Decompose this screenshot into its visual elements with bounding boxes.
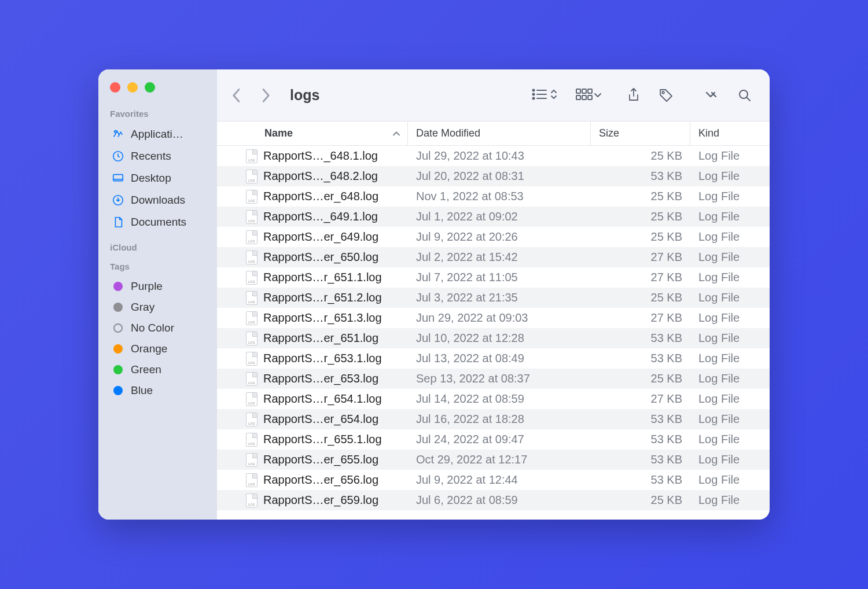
log-file-icon xyxy=(246,453,258,467)
sidebar-section-favorites: Favorites xyxy=(110,109,210,119)
table-row[interactable]: RapportS…r_651.1.logJul 7, 2022 at 11:05… xyxy=(217,267,770,288)
fullscreen-icon[interactable] xyxy=(145,82,155,93)
column-header-date[interactable]: Date Modified xyxy=(408,122,591,145)
sidebar-item-applications[interactable]: Applicati… xyxy=(109,123,210,145)
cell-date: Jul 10, 2022 at 12:28 xyxy=(408,332,591,345)
file-name: RapportS…_649.1.log xyxy=(263,210,378,223)
sidebar-item-desktop[interactable]: Desktop xyxy=(109,167,210,189)
file-name: RapportS…r_651.2.log xyxy=(263,291,382,304)
log-file-icon xyxy=(246,210,258,224)
sidebar-item-downloads[interactable]: Downloads xyxy=(109,189,210,211)
recents-icon xyxy=(111,149,125,163)
cell-name: RapportS…er_659.log xyxy=(217,494,408,507)
log-file-icon xyxy=(246,413,258,426)
cell-name: RapportS…er_649.log xyxy=(217,230,408,244)
cell-date: Jul 9, 2022 at 12:44 xyxy=(408,473,591,487)
table-row[interactable]: RapportS…_649.1.logJul 1, 2022 at 09:022… xyxy=(217,207,770,227)
finder-window: Favorites Applicati… Recents Desktop Dow… xyxy=(98,69,770,520)
cell-date: Oct 29, 2022 at 12:17 xyxy=(408,453,591,466)
sidebar-tag-item[interactable]: Orange xyxy=(109,338,210,359)
table-row[interactable]: RapportS…r_651.2.logJul 3, 2022 at 21:35… xyxy=(217,288,770,308)
svg-rect-10 xyxy=(576,89,580,93)
back-button[interactable] xyxy=(224,83,249,108)
table-row[interactable]: RapportS…er_654.logJul 16, 2022 at 18:28… xyxy=(217,409,770,429)
group-by-button[interactable] xyxy=(575,87,602,104)
sidebar-item-documents[interactable]: Documents xyxy=(109,211,210,233)
log-file-icon xyxy=(246,372,258,386)
table-row[interactable]: RapportS…er_650.logJul 2, 2022 at 15:422… xyxy=(217,247,770,267)
column-header-name[interactable]: Name xyxy=(217,122,408,145)
log-file-icon xyxy=(246,190,258,204)
table-row[interactable]: RapportS…r_654.1.logJul 14, 2022 at 08:5… xyxy=(217,389,770,409)
svg-point-0 xyxy=(115,131,117,133)
cell-name: RapportS…r_655.1.log xyxy=(217,433,408,447)
forward-button[interactable] xyxy=(253,83,278,108)
cell-name: RapportS…_648.1.log xyxy=(217,149,408,163)
sidebar-tag-item[interactable]: No Color xyxy=(109,318,210,338)
table-row[interactable]: RapportS…er_648.logNov 1, 2022 at 08:532… xyxy=(217,186,770,207)
table-row[interactable]: RapportS…_648.1.logJul 29, 2022 at 10:43… xyxy=(217,146,770,166)
sidebar-tag-item[interactable]: Green xyxy=(109,359,210,380)
sidebar-tag-item[interactable]: Blue xyxy=(109,380,210,401)
log-file-icon xyxy=(246,149,258,163)
cell-size: 27 KB xyxy=(591,311,690,325)
table-row[interactable]: RapportS…er_651.logJul 10, 2022 at 12:28… xyxy=(217,328,770,348)
table-row[interactable]: RapportS…er_659.logJul 6, 2022 at 08:592… xyxy=(217,490,770,510)
cell-kind: Log File xyxy=(690,190,770,203)
tag-color-icon xyxy=(113,365,123,374)
svg-point-6 xyxy=(533,93,535,95)
sidebar-item-label: Green xyxy=(131,363,161,376)
svg-rect-12 xyxy=(588,89,592,93)
list-view-icon xyxy=(531,87,549,104)
cell-name: RapportS…_648.2.log xyxy=(217,170,408,183)
file-name: RapportS…er_655.log xyxy=(263,453,378,466)
folder-title: logs xyxy=(290,87,319,104)
cell-name: RapportS…r_651.3.log xyxy=(217,311,408,325)
view-mode-button[interactable] xyxy=(531,87,558,104)
table-row[interactable]: RapportS…er_653.logSep 13, 2022 at 08:37… xyxy=(217,369,770,389)
cell-kind: Log File xyxy=(690,372,770,385)
sidebar-item-label: Desktop xyxy=(131,172,171,185)
more-button[interactable] xyxy=(698,83,727,108)
sidebar-item-recents[interactable]: Recents xyxy=(109,145,210,167)
log-file-icon xyxy=(246,392,258,406)
table-row[interactable]: RapportS…r_655.1.logJul 24, 2022 at 09:4… xyxy=(217,429,770,450)
cell-date: Jul 20, 2022 at 08:31 xyxy=(408,170,591,183)
close-icon[interactable] xyxy=(110,82,120,93)
cell-size: 27 KB xyxy=(591,251,690,264)
table-row[interactable]: RapportS…er_656.logJul 9, 2022 at 12:445… xyxy=(217,470,770,490)
log-file-icon xyxy=(246,170,258,183)
log-file-icon xyxy=(246,352,258,366)
sidebar-item-label: Applicati… xyxy=(131,128,183,141)
table-row[interactable]: RapportS…er_655.logOct 29, 2022 at 12:17… xyxy=(217,450,770,470)
log-file-icon xyxy=(246,271,258,285)
search-button[interactable] xyxy=(730,83,759,108)
svg-rect-2 xyxy=(113,175,123,181)
tags-button[interactable] xyxy=(652,83,681,108)
cell-date: Jul 1, 2022 at 09:02 xyxy=(408,210,591,223)
minimize-icon[interactable] xyxy=(127,82,138,93)
svg-rect-13 xyxy=(576,95,580,100)
cell-kind: Log File xyxy=(690,494,770,507)
svg-line-18 xyxy=(746,97,750,101)
cell-name: RapportS…r_651.1.log xyxy=(217,271,408,285)
cell-name: RapportS…er_656.log xyxy=(217,473,408,487)
table-row[interactable]: RapportS…r_653.1.logJul 13, 2022 at 08:4… xyxy=(217,348,770,369)
column-header-size[interactable]: Size xyxy=(591,122,690,145)
window-controls xyxy=(109,82,210,93)
table-row[interactable]: RapportS…er_649.logJul 9, 2022 at 20:262… xyxy=(217,227,770,247)
share-button[interactable] xyxy=(619,83,648,108)
table-row[interactable]: RapportS…r_651.3.logJun 29, 2022 at 09:0… xyxy=(217,308,770,328)
sidebar-item-label: Blue xyxy=(131,384,153,397)
cell-size: 53 KB xyxy=(591,453,690,466)
cell-size: 25 KB xyxy=(591,372,690,385)
cell-name: RapportS…_649.1.log xyxy=(217,210,408,224)
sidebar-item-label: Recents xyxy=(131,150,171,163)
column-header-kind[interactable]: Kind xyxy=(690,122,770,145)
file-name: RapportS…er_650.log xyxy=(263,251,378,264)
table-row[interactable]: RapportS…_648.2.logJul 20, 2022 at 08:31… xyxy=(217,166,770,186)
sidebar-tag-item[interactable]: Purple xyxy=(109,276,210,297)
svg-rect-11 xyxy=(582,89,586,93)
cell-date: Jul 2, 2022 at 15:42 xyxy=(408,251,591,264)
sidebar-tag-item[interactable]: Gray xyxy=(109,297,210,318)
